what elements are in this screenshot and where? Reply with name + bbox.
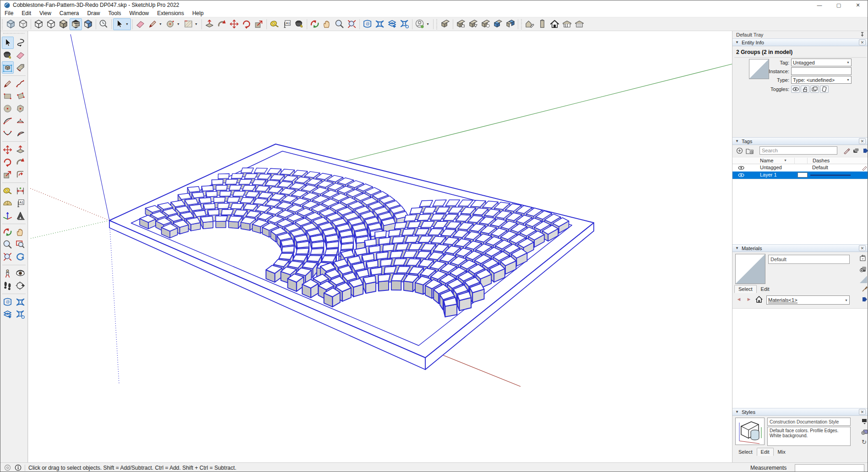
circle-tool[interactable] <box>2 102 14 115</box>
sign-in-button[interactable]: ▼ <box>414 18 432 30</box>
tape-measure-button[interactable] <box>268 18 281 30</box>
details-arrow-icon[interactable] <box>862 296 868 303</box>
pan-button[interactable] <box>321 18 333 30</box>
push-pull-button[interactable] <box>203 18 216 30</box>
tags-col-dashes[interactable]: Dashes <box>813 158 830 163</box>
zoom-tool[interactable] <box>2 238 14 251</box>
eraser-tool[interactable] <box>15 49 27 61</box>
select-tool[interactable] <box>2 37 14 49</box>
text-button[interactable]: A1 <box>281 18 293 30</box>
update-style-icon[interactable]: ↻ <box>862 439 867 445</box>
scale-button[interactable] <box>253 18 265 30</box>
shaded-button[interactable] <box>57 18 70 30</box>
minimize-button[interactable]: — <box>810 0 829 10</box>
dropdown-arrow-icon[interactable]: ▼ <box>177 22 180 26</box>
visibility-eye-icon[interactable] <box>738 166 744 171</box>
previous-view-tool[interactable] <box>15 251 27 263</box>
component-garage-button[interactable] <box>573 18 586 30</box>
layout-button[interactable] <box>386 18 398 30</box>
style-name-field[interactable]: Construction Documentation Style <box>767 418 851 426</box>
info-icon[interactable] <box>15 464 22 471</box>
line-tool[interactable] <box>2 78 14 90</box>
lines-button[interactable]: ▼ <box>146 18 164 30</box>
offset-tool[interactable] <box>15 168 27 181</box>
arc-tool[interactable] <box>2 115 14 127</box>
two-point-arc-tool[interactable] <box>15 115 27 127</box>
protractor-tool[interactable] <box>2 197 14 209</box>
dropdown-arrow-icon[interactable]: ▼ <box>125 22 129 26</box>
menu-draw[interactable]: Draw <box>83 10 104 17</box>
freehand-tool[interactable] <box>15 78 27 90</box>
pencil-icon[interactable] <box>862 165 868 172</box>
three-point-arc-tool[interactable] <box>2 127 14 139</box>
text-tool[interactable]: A1 <box>15 197 27 209</box>
menu-help[interactable]: Help <box>188 10 208 17</box>
outer-shell-button[interactable] <box>439 18 451 30</box>
styles-tab-edit[interactable]: Edit <box>757 448 774 456</box>
select-button[interactable]: ▼ <box>113 18 131 30</box>
display-pane-icon[interactable] <box>862 418 868 425</box>
zoom-button[interactable] <box>333 18 346 30</box>
display-pane-icon[interactable] <box>860 255 866 262</box>
orbit-button[interactable] <box>309 18 321 30</box>
tag-tool[interactable] <box>15 61 27 74</box>
extension-manager-button[interactable] <box>398 18 411 30</box>
paint-bucket-button[interactable] <box>293 18 305 30</box>
dropdown-arrow-icon[interactable]: ▼ <box>426 22 429 26</box>
sample-paint-icon[interactable] <box>862 286 868 293</box>
extension-warehouse-tool[interactable] <box>15 296 27 308</box>
menu-tools[interactable]: Tools <box>104 10 125 17</box>
materials-close-icon[interactable]: ✕ <box>859 245 866 251</box>
add-tag-folder-icon[interactable] <box>745 147 754 155</box>
extension-warehouse-button[interactable] <box>374 18 386 30</box>
entity-info-close-icon[interactable]: ✕ <box>859 39 866 45</box>
rotated-rectangle-tool[interactable] <box>15 90 27 102</box>
send-to-layout-tool[interactable] <box>2 308 14 321</box>
toolbar-grip[interactable] <box>521 19 523 29</box>
create-style-icon[interactable] <box>861 429 868 436</box>
model-canvas[interactable] <box>28 31 732 462</box>
scale-tool[interactable] <box>2 168 14 181</box>
intersect-button[interactable] <box>455 18 467 30</box>
menu-extensions[interactable]: Extensions <box>153 10 188 17</box>
monochrome-button[interactable] <box>82 18 94 30</box>
component-door-button[interactable] <box>536 18 548 30</box>
entity-info-header[interactable]: ▼ Entity Info ✕ <box>732 38 868 46</box>
paint-bucket-tool[interactable] <box>2 49 14 61</box>
component-home-button[interactable] <box>548 18 561 30</box>
home-icon[interactable] <box>755 296 763 304</box>
trim-button[interactable] <box>492 18 504 30</box>
push-pull-tool[interactable] <box>15 144 27 156</box>
tag-color-swatch[interactable] <box>797 172 808 177</box>
polygon-tool[interactable] <box>15 102 27 115</box>
tags-search-input[interactable]: Search <box>760 146 837 155</box>
materials-list-area[interactable] <box>732 308 868 408</box>
eraser-button[interactable] <box>134 18 146 30</box>
tag-dash-style[interactable] <box>810 175 851 176</box>
dropdown-arrow-icon[interactable]: ▼ <box>195 22 198 26</box>
materials-header[interactable]: ▼ Materials ✕ <box>732 244 868 252</box>
cast-shadows-toggle[interactable] <box>820 86 829 93</box>
dropdown-arrow-icon[interactable]: ▼ <box>159 22 162 26</box>
get-models-tool[interactable]: @ <box>2 296 14 308</box>
orbit-tool[interactable] <box>2 226 14 238</box>
wireframe-button[interactable] <box>33 18 45 30</box>
forward-arrow-icon[interactable]: ► <box>744 295 754 303</box>
walk-tool[interactable] <box>2 279 14 292</box>
look-around-tool[interactable] <box>15 267 27 279</box>
instance-field[interactable] <box>791 67 852 75</box>
move-tool[interactable] <box>2 144 14 156</box>
pencil-icon[interactable] <box>842 147 851 155</box>
rotate-button[interactable] <box>240 18 253 30</box>
zoom-timing-button[interactable] <box>98 18 110 30</box>
styles-close-icon[interactable]: ✕ <box>859 409 866 415</box>
follow-me-tool[interactable] <box>15 156 27 168</box>
color-by-tag-icon[interactable] <box>852 147 860 155</box>
component-edit-button[interactable] <box>524 18 536 30</box>
back-edges-button[interactable] <box>17 18 29 30</box>
type-dropdown[interactable]: Type: <undefined> ▼ <box>791 76 852 84</box>
subtract-button[interactable] <box>479 18 492 30</box>
create-material-icon[interactable] <box>859 266 867 274</box>
materials-tab-edit[interactable]: Edit <box>757 285 774 293</box>
zoom-window-tool[interactable] <box>15 238 27 251</box>
